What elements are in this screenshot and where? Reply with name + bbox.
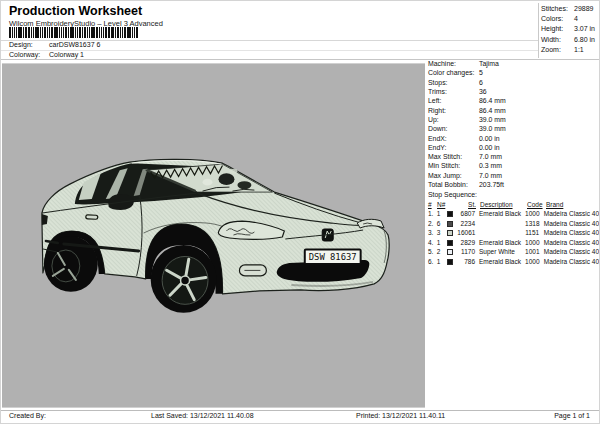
thread-color-cell	[447, 249, 458, 255]
machine-info-value: 86.4 mm	[479, 96, 599, 105]
front-wheel	[151, 245, 217, 313]
thread-color-cell	[447, 240, 458, 246]
machine-info-value: 0.3 mm	[479, 161, 599, 170]
footer-printed: Printed: 13/12/2021 11.40.11	[356, 412, 445, 419]
barcode-icon	[9, 27, 139, 38]
summary-label: Height:	[541, 24, 574, 34]
thread-code: 1151	[525, 228, 544, 238]
summary-value: 4	[574, 14, 599, 24]
stop-sequence-row: 4.12829Emerald Black1000Madeira Classic …	[428, 238, 599, 248]
machine-info-label: Down:	[428, 124, 479, 133]
machine-info-value: 39.0 mm	[479, 115, 599, 124]
door-handle	[86, 215, 98, 220]
thread-color-swatch	[447, 221, 453, 227]
machine-info-label: Right:	[428, 106, 479, 115]
machine-info-value: 86.4 mm	[479, 106, 599, 115]
stop-number: 1.	[428, 209, 437, 219]
thread-code: 1000	[525, 238, 544, 248]
machine-info-label: Color changes:	[428, 68, 479, 77]
footer-page-number: Page 1 of 1	[554, 412, 590, 419]
needle-number: 1	[437, 257, 447, 267]
stitch-count: 1170	[457, 247, 475, 257]
colorway-value: Colorway 1	[49, 51, 84, 58]
thread-brand: Madeira Classic 40	[544, 257, 599, 267]
machine-info-row: EndY:0.00 in	[428, 143, 599, 152]
thread-code: 1001	[525, 247, 544, 257]
design-preview-canvas: DSW 81637	[2, 63, 425, 408]
thread-brand: Madeira Classic 40	[544, 209, 599, 219]
summary-row: Height:3.07 in	[541, 24, 599, 34]
thread-color-swatch	[447, 211, 453, 217]
machine-info-label: Left:	[428, 96, 479, 105]
col-header-code: Code	[527, 200, 546, 210]
machine-info-panel: Machine:TajimaColor changes:5Stops:6Trim…	[428, 59, 599, 266]
col-header-description: Description	[480, 200, 527, 210]
thread-color-swatch	[447, 259, 453, 265]
needle-number: 1	[437, 209, 447, 219]
summary-row: Width:6.80 in	[541, 35, 599, 45]
thread-code: 1318	[525, 219, 544, 229]
thread-brand: Madeira Classic 40	[544, 238, 599, 248]
machine-info-value: 0.00 in	[479, 134, 599, 143]
stop-number: 5.	[428, 247, 437, 257]
machine-info-row: Color changes:5	[428, 68, 599, 77]
thread-brand: Madeira Classic 40	[544, 228, 599, 238]
needle-number: 6	[437, 219, 447, 229]
machine-info-value: 7.0 mm	[479, 171, 599, 180]
machine-info-row: Machine:Tajima	[428, 59, 599, 68]
summary-row: Zoom:1:1	[541, 45, 599, 55]
stop-sequence-header-row: # N# St. Description Code Brand	[428, 200, 599, 210]
thread-description: Emerald Black	[479, 209, 525, 219]
machine-info-list: Machine:TajimaColor changes:5Stops:6Trim…	[428, 59, 599, 189]
design-row: Design: carDSW81637 6	[1, 41, 301, 50]
license-plate: DSW 81637	[305, 249, 361, 263]
machine-info-row: EndX:0.00 in	[428, 134, 599, 143]
summary-value: 29889	[574, 4, 599, 14]
machine-info-value: Tajima	[479, 59, 599, 68]
interior-shadow	[237, 181, 251, 189]
machine-info-value: 36	[479, 87, 599, 96]
car-embroidery-design: DSW 81637	[2, 63, 425, 408]
machine-info-row: Min Stitch:0.3 mm	[428, 161, 599, 170]
needle-number: 3	[437, 228, 447, 238]
stitch-count: 2829	[457, 238, 475, 248]
thread-description: Emerald Black	[479, 257, 525, 267]
stitch-count: 16061	[457, 228, 475, 238]
stitch-count: 2234	[457, 219, 475, 229]
summary-value: 3.07 in	[574, 24, 599, 34]
machine-info-row: Max Jump:7.0 mm	[428, 171, 599, 180]
machine-info-label: Max Jump:	[428, 171, 479, 180]
machine-info-label: Trims:	[428, 87, 479, 96]
stop-number: 4.	[428, 238, 437, 248]
thread-color-swatch	[447, 249, 453, 255]
stop-sequence-row: 6.1786Emerald Black1000Madeira Classic 4…	[428, 257, 599, 267]
machine-info-label: Machine:	[428, 59, 479, 68]
stop-number: 6.	[428, 257, 437, 267]
stop-sequence-row: 5.21170Super White1001Madeira Classic 40	[428, 247, 599, 257]
summary-label: Width:	[541, 35, 574, 45]
col-header-brand: Brand	[546, 200, 599, 210]
glass-highlight	[229, 169, 237, 174]
thread-description: Emerald Black	[479, 238, 525, 248]
thread-color-swatch	[447, 230, 453, 236]
colorway-label: Colorway:	[9, 51, 40, 58]
thread-color-swatch	[447, 240, 453, 246]
machine-info-value: 5	[479, 68, 599, 77]
machine-info-value: 7.0 mm	[479, 152, 599, 161]
stop-number: 2.	[428, 219, 437, 229]
summary-label: Colors:	[541, 14, 574, 24]
interior-headrest	[218, 173, 234, 185]
needle-number: 1	[437, 238, 447, 248]
machine-info-row: Trims:36	[428, 87, 599, 96]
summary-row: Colors:4	[541, 14, 599, 24]
page-title: Production Worksheet	[9, 4, 142, 18]
machine-info-value: 203.75ft	[479, 180, 599, 189]
machine-info-row: Stops:6	[428, 78, 599, 87]
machine-info-row: Right:86.4 mm	[428, 106, 599, 115]
thread-description: Super White	[479, 247, 525, 257]
thread-color-cell	[447, 259, 458, 265]
stop-sequence-title: Stop Sequence:	[428, 190, 599, 200]
thread-color-cell	[447, 230, 458, 236]
machine-info-value: 6	[479, 78, 599, 87]
machine-info-value: 0.00 in	[479, 143, 599, 152]
